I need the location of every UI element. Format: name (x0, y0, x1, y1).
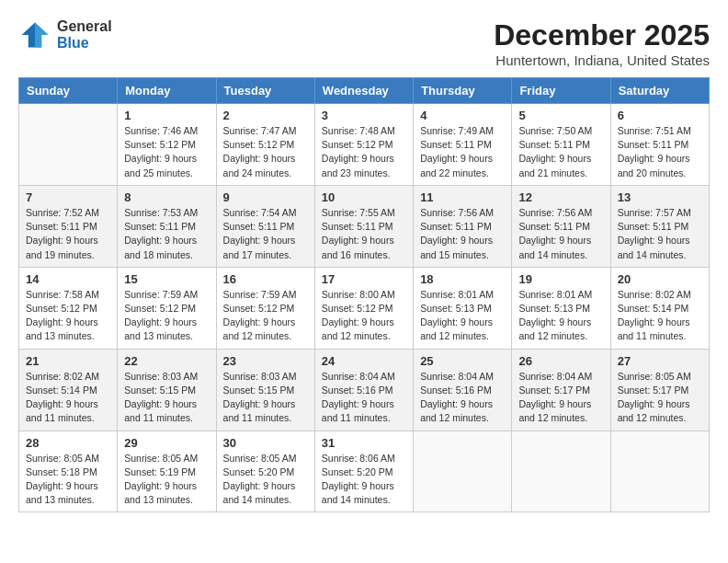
calendar-week-3: 14 Sunrise: 7:58 AMSunset: 5:12 PMDaylig… (19, 267, 710, 349)
day-info: Sunrise: 7:53 AMSunset: 5:11 PMDaylight:… (124, 206, 209, 262)
calendar-cell: 13 Sunrise: 7:57 AMSunset: 5:11 PMDaylig… (610, 185, 709, 267)
calendar-header-friday: Friday (512, 78, 610, 104)
calendar-cell (414, 431, 512, 512)
logo: General Blue (18, 18, 112, 52)
day-number: 9 (223, 190, 308, 204)
day-info: Sunrise: 8:04 AMSunset: 5:16 PMDaylight:… (322, 370, 406, 426)
day-info: Sunrise: 7:54 AMSunset: 5:11 PMDaylight:… (223, 206, 308, 262)
day-info: Sunrise: 7:46 AMSunset: 5:12 PMDaylight:… (124, 124, 209, 180)
day-info: Sunrise: 7:58 AMSunset: 5:12 PMDaylight:… (26, 288, 110, 344)
calendar-cell: 26 Sunrise: 8:04 AMSunset: 5:17 PMDaylig… (512, 349, 610, 431)
calendar-cell: 7 Sunrise: 7:52 AMSunset: 5:11 PMDayligh… (19, 185, 118, 267)
calendar-cell: 18 Sunrise: 8:01 AMSunset: 5:13 PMDaylig… (414, 267, 512, 349)
calendar-cell: 29 Sunrise: 8:05 AMSunset: 5:19 PMDaylig… (118, 431, 216, 512)
calendar-cell: 12 Sunrise: 7:56 AMSunset: 5:11 PMDaylig… (512, 185, 610, 267)
day-number: 31 (322, 436, 406, 450)
calendar-cell: 22 Sunrise: 8:03 AMSunset: 5:15 PMDaylig… (118, 349, 216, 431)
calendar-cell: 16 Sunrise: 7:59 AMSunset: 5:12 PMDaylig… (216, 267, 314, 349)
calendar-cell: 27 Sunrise: 8:05 AMSunset: 5:17 PMDaylig… (610, 349, 709, 431)
month-title: December 2025 (494, 18, 710, 52)
calendar-cell: 11 Sunrise: 7:56 AMSunset: 5:11 PMDaylig… (414, 185, 512, 267)
day-number: 4 (420, 109, 505, 122)
day-info: Sunrise: 7:50 AMSunset: 5:11 PMDaylight:… (518, 124, 603, 180)
day-info: Sunrise: 8:05 AMSunset: 5:20 PMDaylight:… (223, 452, 308, 508)
calendar-cell: 23 Sunrise: 8:03 AMSunset: 5:15 PMDaylig… (216, 349, 314, 431)
day-info: Sunrise: 7:47 AMSunset: 5:12 PMDaylight:… (223, 124, 308, 180)
day-info: Sunrise: 8:02 AMSunset: 5:14 PMDaylight:… (26, 370, 110, 426)
day-info: Sunrise: 8:05 AMSunset: 5:17 PMDaylight:… (618, 370, 702, 426)
calendar-cell (512, 431, 610, 512)
calendar-week-4: 21 Sunrise: 8:02 AMSunset: 5:14 PMDaylig… (19, 349, 710, 431)
day-number: 6 (618, 109, 702, 122)
calendar-cell: 21 Sunrise: 8:02 AMSunset: 5:14 PMDaylig… (19, 349, 118, 431)
calendar-header-row: SundayMondayTuesdayWednesdayThursdayFrid… (19, 78, 710, 104)
day-info: Sunrise: 7:48 AMSunset: 5:12 PMDaylight:… (322, 124, 406, 180)
calendar-header-tuesday: Tuesday (216, 78, 314, 104)
day-number: 27 (618, 354, 702, 368)
calendar-cell: 24 Sunrise: 8:04 AMSunset: 5:16 PMDaylig… (314, 349, 413, 431)
day-number: 1 (124, 109, 209, 122)
day-number: 16 (223, 272, 308, 286)
page-header: General Blue December 2025 Huntertown, I… (18, 18, 710, 68)
day-number: 19 (518, 272, 603, 286)
day-info: Sunrise: 7:52 AMSunset: 5:11 PMDaylight:… (26, 206, 110, 262)
calendar-cell (19, 104, 118, 186)
day-number: 5 (518, 109, 603, 122)
day-info: Sunrise: 8:04 AMSunset: 5:17 PMDaylight:… (518, 370, 603, 426)
calendar-cell: 10 Sunrise: 7:55 AMSunset: 5:11 PMDaylig… (314, 185, 413, 267)
day-info: Sunrise: 8:03 AMSunset: 5:15 PMDaylight:… (124, 370, 209, 426)
day-info: Sunrise: 7:57 AMSunset: 5:11 PMDaylight:… (618, 206, 702, 262)
day-number: 23 (223, 354, 308, 368)
day-number: 26 (518, 354, 603, 368)
day-number: 17 (322, 272, 406, 286)
calendar-header-saturday: Saturday (610, 78, 709, 104)
calendar-cell: 4 Sunrise: 7:49 AMSunset: 5:11 PMDayligh… (414, 104, 512, 186)
day-info: Sunrise: 8:00 AMSunset: 5:12 PMDaylight:… (322, 288, 406, 344)
day-number: 7 (26, 190, 110, 204)
calendar-cell: 28 Sunrise: 8:05 AMSunset: 5:18 PMDaylig… (19, 431, 118, 512)
calendar-cell: 31 Sunrise: 8:06 AMSunset: 5:20 PMDaylig… (314, 431, 413, 512)
day-number: 11 (420, 190, 505, 204)
calendar-cell: 15 Sunrise: 7:59 AMSunset: 5:12 PMDaylig… (118, 267, 216, 349)
title-block: December 2025 Huntertown, Indiana, Unite… (494, 18, 710, 68)
calendar-week-1: 1 Sunrise: 7:46 AMSunset: 5:12 PMDayligh… (19, 104, 710, 186)
calendar-cell: 20 Sunrise: 8:02 AMSunset: 5:14 PMDaylig… (610, 267, 709, 349)
day-number: 13 (618, 190, 702, 204)
calendar-body: 1 Sunrise: 7:46 AMSunset: 5:12 PMDayligh… (19, 104, 710, 512)
calendar-header-sunday: Sunday (19, 78, 118, 104)
day-info: Sunrise: 8:05 AMSunset: 5:18 PMDaylight:… (26, 452, 110, 508)
day-info: Sunrise: 8:02 AMSunset: 5:14 PMDaylight:… (618, 288, 702, 344)
day-number: 2 (223, 109, 308, 122)
calendar-cell: 14 Sunrise: 7:58 AMSunset: 5:12 PMDaylig… (19, 267, 118, 349)
day-number: 10 (322, 190, 406, 204)
logo-icon (18, 18, 51, 52)
calendar-table: SundayMondayTuesdayWednesdayThursdayFrid… (18, 77, 710, 512)
calendar-cell: 3 Sunrise: 7:48 AMSunset: 5:12 PMDayligh… (314, 104, 413, 186)
calendar-header-monday: Monday (118, 78, 216, 104)
day-number: 28 (26, 436, 110, 450)
svg-marker-1 (35, 23, 48, 48)
day-number: 14 (26, 272, 110, 286)
calendar-week-2: 7 Sunrise: 7:52 AMSunset: 5:11 PMDayligh… (19, 185, 710, 267)
calendar-header-thursday: Thursday (414, 78, 512, 104)
calendar-week-5: 28 Sunrise: 8:05 AMSunset: 5:18 PMDaylig… (19, 431, 710, 512)
day-info: Sunrise: 8:05 AMSunset: 5:19 PMDaylight:… (124, 452, 209, 508)
day-number: 25 (420, 354, 505, 368)
calendar-cell: 2 Sunrise: 7:47 AMSunset: 5:12 PMDayligh… (216, 104, 314, 186)
calendar-cell: 1 Sunrise: 7:46 AMSunset: 5:12 PMDayligh… (118, 104, 216, 186)
calendar-cell: 19 Sunrise: 8:01 AMSunset: 5:13 PMDaylig… (512, 267, 610, 349)
day-number: 3 (322, 109, 406, 122)
logo-text: General Blue (57, 18, 112, 51)
day-info: Sunrise: 8:01 AMSunset: 5:13 PMDaylight:… (420, 288, 505, 344)
calendar-cell: 30 Sunrise: 8:05 AMSunset: 5:20 PMDaylig… (216, 431, 314, 512)
day-number: 8 (124, 190, 209, 204)
calendar-cell: 5 Sunrise: 7:50 AMSunset: 5:11 PMDayligh… (512, 104, 610, 186)
day-number: 21 (26, 354, 110, 368)
day-info: Sunrise: 8:03 AMSunset: 5:15 PMDaylight:… (223, 370, 308, 426)
day-number: 22 (124, 354, 209, 368)
calendar-cell: 9 Sunrise: 7:54 AMSunset: 5:11 PMDayligh… (216, 185, 314, 267)
day-number: 24 (322, 354, 406, 368)
logo-blue-text: Blue (57, 35, 112, 52)
day-number: 30 (223, 436, 308, 450)
day-number: 29 (124, 436, 209, 450)
